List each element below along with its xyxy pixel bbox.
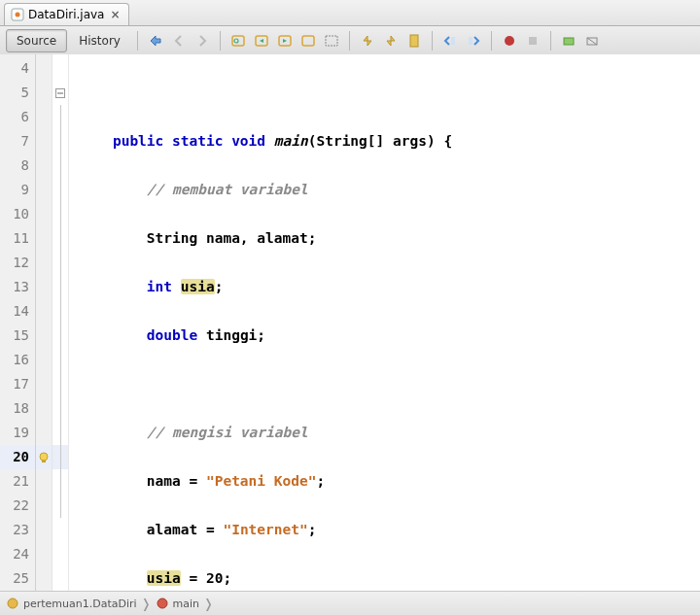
source-tab-button[interactable]: Source: [6, 29, 67, 52]
editor-toolbar: Source History: [0, 26, 700, 56]
fold-cell: [52, 518, 68, 542]
toolbar-separator: [137, 31, 138, 51]
code-area[interactable]: public static void main(String[] args) {…: [69, 54, 700, 592]
prev-bookmark-icon[interactable]: [357, 30, 378, 51]
find-next-icon[interactable]: [274, 30, 296, 51]
line-number: 10: [0, 202, 35, 226]
forward-icon[interactable]: [192, 30, 213, 51]
tab-bar: DataDiri.java ×: [0, 0, 700, 26]
fold-cell: [52, 275, 68, 299]
line-number: 12: [0, 251, 35, 275]
tab-close-icon[interactable]: ×: [108, 8, 122, 21]
code-line: [79, 372, 700, 396]
glyph-cell: [36, 348, 52, 372]
comment-icon[interactable]: [558, 30, 579, 51]
line-number: 13: [0, 275, 35, 299]
fold-cell: [52, 348, 68, 372]
hint-bulb-icon[interactable]: [38, 452, 50, 463]
breadcrumb-bar: pertemuan1.DataDiri ❭ main ❭: [0, 591, 700, 615]
macro-record-icon[interactable]: [499, 30, 520, 51]
code-line: usia = 20;: [79, 566, 700, 591]
code-line: [79, 81, 700, 105]
svg-rect-8: [410, 35, 418, 47]
line-number: 6: [0, 105, 35, 129]
shift-left-icon[interactable]: [439, 30, 461, 51]
fold-cell: [52, 494, 68, 518]
glyph-cell: [36, 129, 52, 154]
glyph-cell: [36, 566, 52, 591]
line-number: 7: [0, 129, 35, 154]
svg-rect-13: [564, 38, 574, 45]
fold-minus-icon[interactable]: [55, 88, 65, 98]
tab-filename: DataDiri.java: [28, 8, 104, 21]
svg-rect-12: [529, 37, 537, 45]
code-line: public static void main(String[] args) {: [79, 129, 700, 154]
line-number: 9: [0, 178, 35, 202]
toolbar-separator: [550, 31, 551, 51]
line-number: 4: [0, 56, 35, 81]
breadcrumb-method[interactable]: main ❭: [156, 597, 218, 611]
svg-point-21: [158, 598, 167, 608]
svg-point-11: [505, 36, 514, 46]
last-edit-icon[interactable]: [145, 30, 166, 51]
find-prev-icon[interactable]: [251, 30, 272, 51]
shift-right-icon[interactable]: [463, 30, 484, 51]
toggle-bookmark-icon[interactable]: [403, 30, 425, 51]
toggle-rect-select-icon[interactable]: [321, 30, 342, 51]
breadcrumb-label: pertemuan1.DataDiri: [23, 598, 137, 610]
code-editor[interactable]: 45678910111213141516171819202122232425 p…: [0, 54, 700, 592]
glyph-cell: [36, 202, 52, 226]
toolbar-separator: [491, 31, 492, 51]
code-line: // mengisi variabel: [79, 421, 700, 445]
svg-point-16: [40, 453, 48, 461]
glyph-cell: [36, 81, 52, 105]
line-number: 21: [0, 469, 35, 494]
glyph-cell: [36, 518, 52, 542]
code-line: String nama, alamat;: [79, 226, 700, 251]
chevron-right-icon: ❭: [141, 597, 152, 611]
history-tab-button[interactable]: History: [69, 30, 130, 51]
glyph-cell: [36, 56, 52, 81]
macro-stop-icon[interactable]: [522, 30, 543, 51]
glyph-cell: [36, 154, 52, 178]
svg-rect-7: [326, 36, 337, 46]
fold-cell: [52, 421, 68, 445]
find-selection-icon[interactable]: [228, 30, 249, 51]
glyph-cell: [36, 469, 52, 494]
fold-cell: [52, 251, 68, 275]
line-number: 17: [0, 372, 35, 396]
fold-cell: [52, 81, 68, 105]
fold-cell: [52, 542, 68, 566]
glyph-cell: [36, 494, 52, 518]
glyph-cell: [36, 396, 52, 421]
fold-margin: [52, 54, 69, 592]
breadcrumb-class[interactable]: pertemuan1.DataDiri ❭: [6, 597, 156, 611]
code-line: alamat = "Internet";: [79, 518, 700, 542]
fold-cell: [52, 226, 68, 251]
svg-point-3: [234, 39, 238, 43]
line-number: 15: [0, 324, 35, 348]
next-bookmark-icon[interactable]: [380, 30, 402, 51]
line-number: 18: [0, 396, 35, 421]
svg-point-20: [8, 598, 18, 608]
line-number: 20: [0, 445, 35, 469]
uncomment-icon[interactable]: [581, 30, 603, 51]
fold-cell: [52, 372, 68, 396]
line-number: 22: [0, 494, 35, 518]
file-tab[interactable]: DataDiri.java ×: [4, 3, 129, 25]
line-number: 23: [0, 518, 35, 542]
glyph-cell: [36, 445, 52, 469]
fold-cell: [52, 396, 68, 421]
back-icon[interactable]: [168, 30, 190, 51]
toggle-highlight-icon[interactable]: [298, 30, 319, 51]
fold-cell: [52, 566, 68, 591]
line-number: 5: [0, 81, 35, 105]
line-number: 8: [0, 154, 35, 178]
code-line: nama = "Petani Kode";: [79, 469, 700, 494]
svg-line-15: [587, 38, 597, 45]
line-number: 19: [0, 421, 35, 445]
fold-cell: [52, 154, 68, 178]
chevron-right-icon: ❭: [203, 597, 214, 611]
line-number: 11: [0, 226, 35, 251]
fold-cell: [52, 202, 68, 226]
